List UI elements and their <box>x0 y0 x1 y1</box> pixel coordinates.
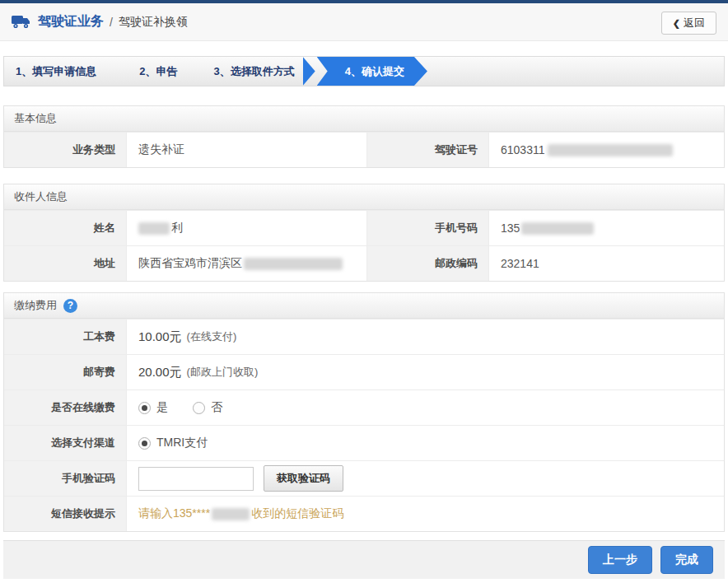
help-icon[interactable]: ? <box>63 299 77 313</box>
radio-online-pay-no[interactable] <box>193 402 205 414</box>
pay-channel-options: TMRI支付 <box>126 426 724 460</box>
table-row: 业务类型 遗失补证 驾驶证号 6103311 <box>4 132 724 167</box>
breadcrumb-current: 驾驶证补换领 <box>119 15 188 30</box>
license-no-label: 驾驶证号 <box>366 133 488 167</box>
address-value: 陕西省宝鸡市渭滨区 <box>126 246 366 281</box>
prev-step-button[interactable]: 上一步 <box>588 546 652 574</box>
table-row: 选择支付渠道 TMRI支付 <box>4 425 724 460</box>
redacted-sms-phone <box>212 508 250 520</box>
step-3-pickup-method: 3、选择取件方式 <box>213 57 294 86</box>
section-payment: 缴纳费用 ? 工本费 10.00元 (在线支付) 邮寄费 20.00元 (邮政上… <box>3 292 725 532</box>
section-recipient-header: 收件人信息 <box>4 184 724 210</box>
radio-tmri-pay[interactable] <box>138 437 151 450</box>
page-title: 驾驶证业务 <box>38 13 104 30</box>
phone-label: 手机号码 <box>366 211 488 245</box>
section-recipient-info: 收件人信息 姓名 利 手机号码 135 地址 陕西省宝鸡市渭滨区 邮政编码 23… <box>3 184 725 282</box>
section-basic-title: 基本信息 <box>14 111 57 126</box>
radio-yes-label: 是 <box>156 400 168 415</box>
name-label: 姓名 <box>4 211 126 245</box>
step-4-active-arrow: 4、确认提交 <box>303 57 427 86</box>
section-payment-title: 缴纳费用 <box>14 298 57 313</box>
table-row: 邮寄费 20.00元 (邮政上门收取) <box>4 354 724 389</box>
breadcrumb-divider: / <box>110 16 113 29</box>
back-button-label: 返回 <box>684 16 705 30</box>
radio-tmri-label: TMRI支付 <box>156 436 208 450</box>
sms-code-controls: 获取验证码 <box>126 461 724 496</box>
get-code-button[interactable]: 获取验证码 <box>264 465 343 492</box>
sms-code-label: 手机验证码 <box>4 461 126 496</box>
address-label: 地址 <box>4 246 126 281</box>
step-1-fill-info: 1、填写申请信息 <box>16 57 96 86</box>
section-basic-info: 基本信息 业务类型 遗失补证 驾驶证号 6103311 <box>3 105 725 168</box>
table-row: 工本费 10.00元 (在线支付) <box>4 319 724 354</box>
business-type-value: 遗失补证 <box>126 133 366 167</box>
sms-hint-value: 请输入135**** 收到的短信验证码 <box>126 497 724 531</box>
name-value: 利 <box>126 211 366 245</box>
step-4-confirm-submit: 4、确认提交 <box>317 57 427 86</box>
phone-value: 135 <box>488 211 724 245</box>
table-row: 短信接收提示 请输入135**** 收到的短信验证码 <box>4 496 724 531</box>
back-button[interactable]: ❮ 返回 <box>661 12 716 35</box>
online-pay-label: 是否在线缴费 <box>4 390 126 425</box>
section-basic-header: 基本信息 <box>4 106 724 132</box>
postcode-label: 邮政编码 <box>366 246 488 281</box>
redacted-name <box>138 222 170 235</box>
postcode-value: 232141 <box>488 246 724 281</box>
postage-fee-value: 20.00元 (邮政上门收取) <box>126 355 724 389</box>
step-2-declare: 2、申告 <box>139 57 177 86</box>
action-footer: 上一步 完成 <box>3 540 725 579</box>
table-row: 姓名 利 手机号码 135 <box>4 210 724 245</box>
step-progress-bar: 1、填写申请信息 2、申告 3、选择取件方式 4、确认提交 <box>3 56 725 86</box>
truck-icon <box>12 15 31 29</box>
table-row: 手机验证码 获取验证码 <box>4 460 724 496</box>
cost-fee-value: 10.00元 (在线支付) <box>126 319 724 354</box>
radio-online-pay-yes[interactable] <box>138 402 151 414</box>
sms-code-input[interactable] <box>138 467 254 491</box>
page-header: 驾驶证业务 / 驾驶证补换领 ❮ 返回 <box>0 3 728 41</box>
postage-fee-label: 邮寄费 <box>4 355 126 389</box>
sms-hint-label: 短信接收提示 <box>4 497 126 531</box>
redacted-license-no <box>548 144 673 156</box>
online-pay-options: 是 否 <box>126 390 724 425</box>
radio-no-label: 否 <box>211 400 222 415</box>
section-payment-header: 缴纳费用 ? <box>4 293 724 319</box>
section-recipient-title: 收件人信息 <box>14 189 68 204</box>
cost-fee-label: 工本费 <box>4 319 126 354</box>
table-row: 地址 陕西省宝鸡市渭滨区 邮政编码 232141 <box>4 245 724 281</box>
redacted-phone <box>521 222 594 235</box>
pay-channel-label: 选择支付渠道 <box>4 426 126 460</box>
chevron-left-icon: ❮ <box>673 18 680 29</box>
finish-button[interactable]: 完成 <box>660 546 713 574</box>
arrow-head-icon <box>303 57 315 86</box>
table-row: 是否在线缴费 是 否 <box>4 389 724 425</box>
license-no-value: 6103311 <box>488 133 724 167</box>
redacted-address <box>244 258 343 270</box>
business-type-label: 业务类型 <box>4 133 126 167</box>
